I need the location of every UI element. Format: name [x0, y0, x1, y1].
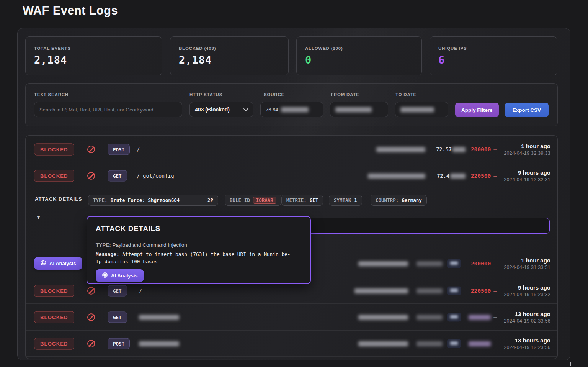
country-flag-badge: [447, 339, 461, 348]
popup-type-line: TYPE: Payload and Command Injection: [96, 242, 302, 248]
event-row-2[interactable]: BLOCKED GET / gol/config 72.4 220500– 9 …: [26, 163, 557, 188]
redacted-path: [139, 314, 179, 320]
redacted-field: [416, 287, 443, 294]
redacted-field: [416, 260, 443, 267]
http-status-label: HTTP STATUS: [189, 92, 222, 97]
status-badge: BLOCKED: [34, 285, 74, 297]
chip-attack-type: TYPE: Brute Force: Shģrzoon604 2P: [88, 195, 218, 206]
event-row-5[interactable]: BLOCKED GET – 13 hours ago2024-04-19 02:…: [26, 303, 557, 330]
redacted-path: [139, 341, 179, 347]
request-path: /: [139, 288, 142, 294]
source-label: SOURCE: [264, 92, 284, 97]
status-badge: BLOCKED: [34, 170, 74, 182]
blocked-icon: [87, 146, 95, 153]
redacted-from-date: [335, 107, 372, 112]
stat-value: 2,184: [34, 54, 154, 66]
export-csv-button[interactable]: Export CSV: [505, 103, 549, 117]
redacted-field: [416, 314, 443, 321]
ai-analysis-button[interactable]: AI Analysis: [96, 269, 144, 282]
stat-card-total-events: TOTAL EVENTS 2,184: [25, 36, 162, 75]
waf-dashboard: WAF Event Logs TOTAL EVENTS 2,184 BLOCKE…: [0, 0, 588, 367]
stat-label: ALLOWED (200): [305, 46, 413, 51]
event-time: 9 hours ago2024-04-19 12:32:31: [485, 169, 550, 182]
country-flag-badge: [447, 313, 461, 321]
to-date-input[interactable]: [395, 102, 448, 117]
status-badge: BLOCKED: [34, 311, 74, 323]
chip-country: COUNTRP: Germany: [371, 195, 427, 206]
apply-filters-button[interactable]: Apply Filters: [455, 103, 499, 117]
stat-label: UNIQUE IPS: [438, 46, 549, 51]
stat-value: 0: [305, 54, 413, 66]
cursor-artifact: [570, 362, 571, 366]
stat-value: 2,184: [179, 54, 280, 66]
redacted-to-date: [400, 107, 434, 112]
redacted-ip: [358, 260, 408, 267]
to-date-label: TO DATE: [395, 92, 416, 97]
event-time: 9 hours ago2024-04-19 15:23:32: [485, 284, 550, 297]
stat-card-blocked: BLOCKED (403) 2,184: [170, 36, 289, 75]
event-time: 13 hours ago2024-04-19 02:33:56: [485, 311, 550, 324]
method-badge: GET: [108, 170, 127, 181]
method-badge: POST: [108, 338, 130, 349]
stat-card-allowed: ALLOWED (200) 0: [296, 36, 422, 75]
source-input[interactable]: 76.64.: [260, 102, 323, 117]
request-path: / gol/config: [137, 173, 174, 179]
popup-type-value: Payload and Command Injection: [113, 242, 187, 248]
search-input[interactable]: [34, 102, 182, 117]
event-row-6[interactable]: BLOCKED POST – 13 hours ago2024-04-19 12…: [26, 330, 557, 356]
method-badge: GET: [108, 311, 127, 323]
main-panel: TOTAL EVENTS 2,184 BLOCKED (403) 2,184 A…: [17, 28, 570, 360]
rule-id-badge: IORAAR: [253, 197, 276, 204]
source-ip: 72.4: [437, 173, 466, 179]
blocked-icon: [87, 313, 95, 321]
chevron-down-icon: [243, 106, 248, 113]
from-date-input[interactable]: [330, 102, 388, 117]
redacted-source: [281, 107, 309, 112]
http-status-select[interactable]: 403 (Blocked): [189, 102, 253, 117]
request-path: /: [137, 146, 140, 152]
filter-bar: TEXT SEARCH HTTP STATUS 403 (Blocked) SO…: [25, 83, 558, 126]
method-badge: GET: [108, 285, 127, 297]
popup-title: ATTACK DETAILS: [96, 224, 302, 233]
chip-symtak: SYMTAK 1: [329, 195, 362, 206]
ai-globe-icon: [102, 272, 108, 279]
divider: [96, 238, 302, 238]
stat-label: TOTAL EVENTS: [34, 46, 154, 51]
blocked-icon: [87, 287, 95, 295]
chip-metric: METRIE: GET: [281, 195, 323, 206]
attack-details-label: ATTACK DETAILS: [35, 196, 82, 202]
redacted-field: [416, 340, 443, 347]
blocked-icon: [87, 172, 95, 180]
stat-label: BLOCKED (403): [179, 46, 280, 51]
from-date-label: FROM DATE: [331, 92, 359, 97]
redacted-host: [368, 172, 425, 179]
http-status-value: 403 (Blocked): [195, 106, 230, 113]
redacted-ip: [358, 340, 408, 347]
status-badge: BLOCKED: [34, 143, 74, 155]
source-ip: 72.57: [436, 146, 466, 152]
event-row-1[interactable]: BLOCKED POST / 72.57 200000– 1 hour ago2…: [26, 136, 557, 163]
source-value: 76.64.: [266, 107, 279, 113]
stat-card-unique-ips: UNIQUE IPS 6: [430, 36, 557, 75]
ai-analysis-button[interactable]: AI Analysis: [34, 257, 82, 270]
page-title: WAF Event Logs: [23, 4, 118, 18]
text-search-label: TEXT SEARCH: [34, 92, 69, 97]
redacted-ip: [358, 314, 408, 321]
chip-rule-id: BULE ID IORAAR: [225, 195, 281, 206]
blocked-icon: [87, 340, 95, 347]
stat-value: 6: [438, 54, 549, 66]
attack-details-popup: ATTACK DETAILS TYPE: Payload and Command…: [87, 216, 311, 284]
status-badge: BLOCKED: [34, 338, 74, 349]
country-flag-badge: [447, 287, 461, 295]
country-flag-badge: [447, 259, 461, 268]
method-badge: POST: [108, 144, 130, 155]
event-time: 13 hours ago2024-04-19 12:23:56: [485, 337, 550, 350]
redacted-host: [376, 146, 425, 153]
event-time: 1 hour ago2024-04-19 32:39:33: [485, 143, 550, 156]
redacted-ip: [354, 287, 408, 294]
popup-message: Message: Attempt to insert bash (7631) t…: [96, 251, 295, 265]
partial-row: [26, 356, 557, 359]
ai-globe-icon: [40, 260, 46, 267]
event-time: 1 hour ago2024-04-19 31:33:51: [485, 257, 550, 270]
collapse-caret-icon[interactable]: ▼: [36, 215, 41, 220]
